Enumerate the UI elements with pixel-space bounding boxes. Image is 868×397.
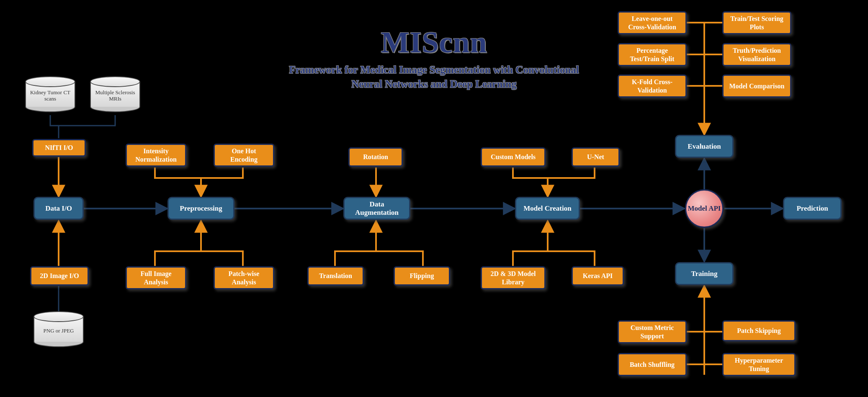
node-data-aug: Data Augmentation <box>343 197 410 220</box>
opt-one-hot: One Hot Encoding <box>214 144 274 167</box>
cylinder-kidney: Kidney Tumor CT scans <box>25 76 75 112</box>
node-data-io: Data I/O <box>33 197 84 220</box>
opt-nifti: NIfTI I/O <box>32 139 86 157</box>
opt-intensity-norm: Intensity Normalization <box>126 144 186 167</box>
cylinder-ms-label: Multiple Sclerosis MRIs <box>91 90 139 102</box>
node-model-api: Model API <box>685 189 724 228</box>
opt-model-comp: Model Comparison <box>722 75 791 98</box>
diagram-title: MIScnn <box>381 25 487 60</box>
opt-flipping: Flipping <box>394 266 450 286</box>
opt-rotation: Rotation <box>348 147 403 167</box>
opt-batch-shuffle: Batch Shuffling <box>618 353 687 376</box>
opt-loo-cv: Leave-one-out Cross-Validation <box>618 11 687 34</box>
opt-keras-api: Keras API <box>572 266 624 286</box>
opt-2d3d-lib: 2D & 3D Model Library <box>481 266 546 289</box>
opt-custom-models: Custom Models <box>481 147 546 167</box>
node-prediction: Prediction <box>783 197 842 220</box>
opt-truth-pred: Truth/Prediction Visualization <box>722 43 791 66</box>
opt-patch-wise: Patch-wise Analysis <box>214 266 274 289</box>
cylinder-png: PNG or JPEG <box>33 311 84 347</box>
opt-custom-metric: Custom Metric Support <box>618 320 687 343</box>
cylinder-png-label: PNG or JPEG <box>41 328 77 334</box>
diagram-subtitle: Framework for Medical Image Segmentation… <box>275 63 593 91</box>
opt-translation: Translation <box>307 266 364 286</box>
node-preprocessing: Preprocessing <box>167 197 234 220</box>
node-training: Training <box>675 262 734 285</box>
cylinder-ms: Multiple Sclerosis MRIs <box>90 76 140 112</box>
opt-2d-image-io: 2D Image I/O <box>30 266 89 286</box>
node-evaluation: Evaluation <box>675 135 734 158</box>
opt-traintest-plots: Train/Test Scoring Plots <box>722 11 791 34</box>
opt-unet: U-Net <box>572 147 620 167</box>
node-model-creation: Model Creation <box>515 197 580 220</box>
opt-patch-skip: Patch Skipping <box>722 320 796 341</box>
cylinder-kidney-label: Kidney Tumor CT scans <box>26 90 75 102</box>
opt-full-image: Full Image Analysis <box>126 266 186 289</box>
opt-pct-split: Percentage Test/Train Split <box>618 43 687 66</box>
opt-hyper-tune: Hyperparameter Tuning <box>722 353 796 376</box>
opt-kfold: K-Fold Cross-Validation <box>618 75 687 98</box>
